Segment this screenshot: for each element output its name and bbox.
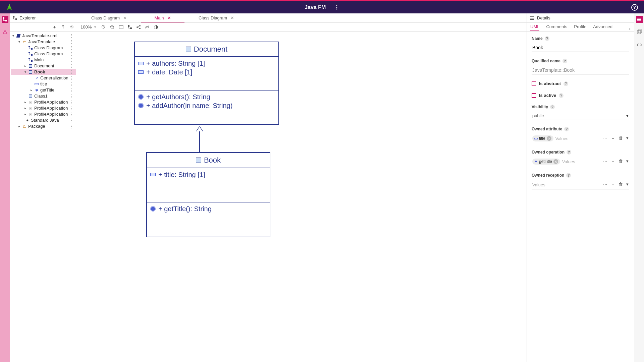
row-menu-button[interactable]: ⋮ — [68, 51, 75, 57]
owned-operation-field[interactable]: ✱ getTitle ✕ Values ⋯ ＋ 🗑 ▾ — [532, 157, 629, 166]
caret-icon[interactable]: ▾ — [17, 39, 21, 45]
tree-row-class[interactable]: Class1 ⋮ — [11, 93, 76, 99]
details-tab-profile[interactable]: Profile — [574, 24, 586, 31]
row-menu-button[interactable]: ⋮ — [68, 69, 75, 75]
app-menu-button[interactable]: ⋮ — [334, 4, 339, 10]
tree-row-diagram[interactable]: Class Diagram ⋮ — [11, 45, 76, 51]
layout-button[interactable] — [127, 25, 133, 29]
tree-row-generalization[interactable]: ↗ Generalization ⋮ — [11, 75, 76, 81]
help-icon[interactable]: ? — [564, 81, 568, 86]
chip-gettitle[interactable]: ✱ getTitle ✕ — [532, 159, 560, 165]
row-menu-button[interactable]: ⋮ — [68, 111, 75, 117]
upload-button[interactable]: ⤒ — [61, 24, 65, 29]
caret-icon[interactable]: ▸ — [17, 123, 21, 129]
caret-icon[interactable]: ▸ — [23, 63, 27, 69]
tree-row-attribute[interactable]: title ⋮ — [11, 81, 76, 87]
help-icon[interactable]: ? — [566, 173, 571, 178]
refresh-button[interactable]: ⟲ — [70, 24, 73, 29]
rail-related-button[interactable] — [636, 29, 643, 36]
help-icon[interactable]: ? — [562, 59, 567, 63]
caret-icon[interactable]: ▾ — [11, 33, 15, 39]
tree-row-package[interactable]: ▾ 🗀 JavaTemplate ⋮ — [11, 39, 76, 45]
rail-details-button[interactable] — [636, 16, 643, 23]
row-menu-button[interactable]: ⋮ — [68, 33, 75, 39]
chip-remove-button[interactable]: ✕ — [547, 136, 551, 141]
zoom-level[interactable]: 100% — [80, 24, 92, 29]
row-menu-button[interactable]: ⋮ — [68, 39, 75, 45]
row-menu-button[interactable]: ⋮ — [68, 57, 75, 63]
delete-button[interactable]: 🗑 — [619, 159, 623, 165]
caret-icon[interactable]: ▾ — [23, 69, 27, 75]
tabs-overflow-button[interactable]: › — [629, 26, 631, 31]
name-input[interactable] — [532, 44, 629, 52]
close-icon[interactable]: ✕ — [167, 15, 171, 20]
caret-icon[interactable]: ▸ — [30, 87, 33, 93]
tree-row-package[interactable]: ▸ 🗀 Package ⋮ — [11, 123, 76, 129]
more-button[interactable]: ⋯ — [603, 182, 607, 188]
tree-row-profileapp[interactable]: ▸ ⎘ ProfileApplication ⋮ — [11, 105, 76, 111]
details-tab-comments[interactable]: Comments — [546, 24, 567, 31]
row-menu-button[interactable]: ⋮ — [68, 105, 75, 111]
editor-tab[interactable]: Class Diagram ✕ — [87, 14, 131, 22]
add-button[interactable]: ＋ — [611, 159, 615, 165]
editor-tab[interactable]: Class Diagram ✕ — [195, 14, 238, 22]
zoom-out-button[interactable] — [101, 25, 107, 29]
new-element-button[interactable]: ＋ — [52, 24, 57, 30]
caret-icon[interactable]: ▸ — [23, 105, 27, 111]
tree-row-diagram[interactable]: Class Diagram ⋮ — [11, 51, 76, 57]
uml-class-document[interactable]: Document + authors: String [1] + date: D… — [134, 42, 279, 125]
row-menu-button[interactable]: ⋮ — [68, 99, 75, 105]
rail-validation-button[interactable] — [2, 29, 8, 36]
more-button[interactable]: ⋯ — [603, 135, 607, 141]
add-button[interactable]: ＋ — [611, 182, 615, 188]
more-button[interactable]: ⋯ — [603, 159, 607, 165]
row-menu-button[interactable]: ⋮ — [68, 117, 75, 123]
uml-class-book[interactable]: Book + title: String [1] + getTitle(): S… — [146, 152, 270, 237]
chip-title[interactable]: title ✕ — [532, 135, 553, 141]
chevron-down-icon[interactable]: ▾ — [626, 182, 629, 188]
close-icon[interactable]: ✕ — [123, 15, 127, 20]
row-menu-button[interactable]: ⋮ — [68, 81, 75, 87]
close-icon[interactable]: ✕ — [230, 15, 234, 20]
share-button[interactable] — [136, 25, 142, 29]
owned-reception-field[interactable]: Values ⋯ ＋ 🗑 ▾ — [532, 180, 629, 189]
visibility-select[interactable]: public ▾ — [532, 112, 629, 120]
help-icon[interactable]: ? — [567, 150, 571, 155]
chevron-down-icon[interactable]: ▾ — [626, 135, 629, 141]
details-tab-advanced[interactable]: Advanced — [593, 24, 612, 31]
tree-row-class[interactable]: ▸ Document ⋮ — [11, 63, 76, 69]
delete-button[interactable]: 🗑 — [619, 135, 623, 141]
chip-remove-button[interactable]: ✕ — [553, 159, 558, 164]
help-button[interactable]: ? — [631, 4, 638, 11]
zoom-dropdown-button[interactable]: ▾ — [94, 25, 96, 29]
help-icon[interactable]: ? — [545, 36, 549, 41]
caret-icon[interactable]: ▸ — [23, 111, 27, 117]
rail-link-button[interactable] — [636, 42, 643, 48]
contrast-button[interactable] — [154, 25, 160, 29]
add-button[interactable]: ＋ — [611, 135, 615, 141]
is-active-checkbox[interactable] — [532, 93, 536, 98]
delete-button[interactable]: 🗑 — [619, 182, 623, 188]
tree-row-profileapp[interactable]: ▸ ⎘ ProfileApplication ⋮ — [11, 99, 76, 105]
tree-row-model[interactable]: ▾ JavaTemplate.uml ⋮ — [11, 33, 76, 39]
row-menu-button[interactable]: ⋮ — [68, 45, 75, 51]
caret-icon[interactable]: ▸ — [23, 99, 27, 105]
help-icon[interactable]: ? — [559, 93, 564, 98]
is-abstract-checkbox[interactable] — [532, 81, 536, 86]
row-menu-button[interactable]: ⋮ — [68, 87, 75, 93]
visibility-button[interactable] — [145, 25, 151, 29]
details-tab-uml[interactable]: UML — [530, 24, 539, 31]
explorer-tree[interactable]: ▾ JavaTemplate.uml ⋮ ▾ 🗀 JavaTemplate ⋮ … — [10, 32, 77, 362]
generalization-edge[interactable] — [199, 131, 200, 152]
row-menu-button[interactable]: ⋮ — [68, 75, 75, 81]
fit-screen-button[interactable] — [119, 25, 125, 29]
tree-row-class-selected[interactable]: ▾ Book ⋮ — [11, 69, 76, 75]
row-menu-button[interactable]: ⋮ — [68, 63, 75, 69]
editor-tab-active[interactable]: Main ✕ — [141, 14, 184, 22]
tree-row-operation[interactable]: ▸ ✱ getTitle ⋮ — [11, 87, 76, 93]
rail-explorer-button[interactable] — [2, 16, 8, 23]
chevron-down-icon[interactable]: ▾ — [626, 159, 629, 165]
row-menu-button[interactable]: ⋮ — [68, 93, 75, 99]
help-icon[interactable]: ? — [550, 105, 555, 109]
zoom-in-button[interactable] — [110, 25, 116, 29]
